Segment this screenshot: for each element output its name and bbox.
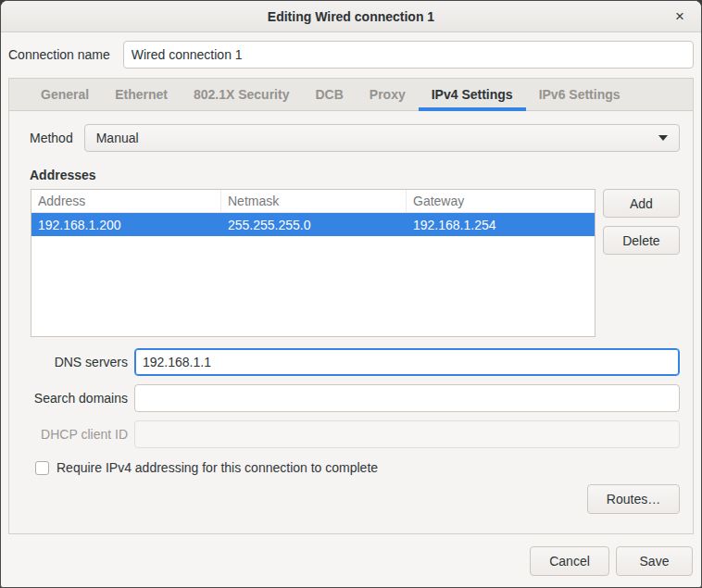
require-ipv4-label: Require IPv4 addressing for this connect… [56,460,378,475]
dns-servers-label: DNS servers [22,355,128,369]
settings-notebook: General Ethernet 802.1X Security DCB Pro… [8,78,694,534]
connection-name-row: Connection name [1,32,701,77]
dialog-action-area: Cancel Save [1,534,701,587]
cell-address: 192.168.1.200 [31,213,221,236]
connection-name-label: Connection name [8,47,110,62]
column-header-gateway[interactable]: Gateway [407,190,595,212]
tab-ethernet[interactable]: Ethernet [102,79,181,110]
search-domains-label: Search domains [22,391,128,406]
connection-name-input[interactable] [123,41,694,69]
dhcp-client-id-row: DHCP client ID [22,420,680,448]
dns-servers-input[interactable] [134,348,680,376]
tab-proxy[interactable]: Proxy [357,79,419,110]
chevron-down-icon [658,135,668,141]
method-label: Method [30,131,73,145]
titlebar: Editing Wired connection 1 × [1,1,701,32]
close-icon[interactable]: × [666,1,694,31]
addresses-title: Addresses [30,168,680,182]
method-value: Manual [96,131,139,145]
cancel-button[interactable]: Cancel [530,546,609,576]
active-tab-underline [419,107,526,111]
require-ipv4-row: Require IPv4 addressing for this connect… [35,460,680,475]
routes-button[interactable]: Routes… [587,484,680,514]
tab-general[interactable]: General [28,79,102,110]
window-title: Editing Wired connection 1 [268,9,434,24]
dhcp-client-id-label: DHCP client ID [22,427,128,442]
tab-dcb[interactable]: DCB [302,79,356,110]
dns-servers-row: DNS servers [22,348,680,376]
require-ipv4-checkbox[interactable] [35,461,49,475]
tab-strip: General Ethernet 802.1X Security DCB Pro… [9,79,693,111]
routes-row: Routes… [22,484,680,514]
cell-netmask: 255.255.255.0 [221,213,407,236]
search-domains-row: Search domains [22,384,680,412]
method-dropdown[interactable]: Manual [84,124,680,152]
delete-button[interactable]: Delete [603,226,680,255]
addresses-table: Address Netmask Gateway 192.168.1.200 25… [31,189,595,337]
column-header-address[interactable]: Address [31,190,221,212]
search-domains-input[interactable] [134,384,680,412]
cell-gateway: 192.168.1.254 [407,213,595,236]
dialog-window: Editing Wired connection 1 × Connection … [0,0,702,588]
addresses-table-header: Address Netmask Gateway [31,190,595,213]
column-header-netmask[interactable]: Netmask [221,190,407,212]
tab-8021x-security[interactable]: 802.1X Security [181,79,303,110]
method-row: Method Manual [22,124,680,152]
dhcp-client-id-input [134,420,680,448]
save-button[interactable]: Save [616,546,693,576]
ipv4-settings-panel: Method Manual Addresses Address Netmask … [9,111,693,533]
tab-ipv6-settings[interactable]: IPv6 Settings [526,79,633,110]
tab-ipv4-settings[interactable]: IPv4 Settings [419,79,526,110]
table-row[interactable]: 192.168.1.200 255.255.255.0 192.168.1.25… [31,213,595,236]
addresses-section: Address Netmask Gateway 192.168.1.200 25… [31,189,680,337]
addresses-buttons: Add Delete [603,189,680,255]
add-button[interactable]: Add [603,189,680,218]
